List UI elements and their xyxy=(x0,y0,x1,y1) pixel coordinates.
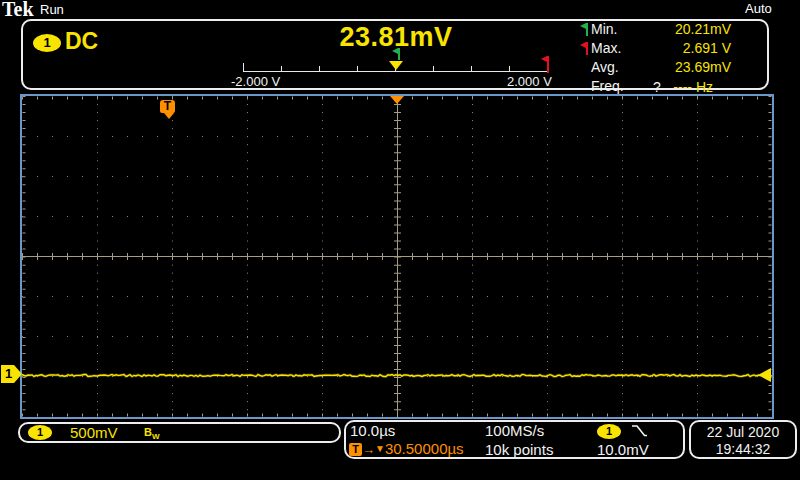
min-marker-icon xyxy=(580,23,588,36)
trigger-slope-falling-icon xyxy=(630,424,648,438)
measurement-panel: 1 DC 23.81mV -2.000 V 2.000 V Min. Max. … xyxy=(21,19,769,90)
trigger-position-marker: T xyxy=(160,100,175,113)
bandwidth-limit-icon: BW xyxy=(144,425,160,444)
trigger-delay-readout: T→▼30.50000µs xyxy=(349,440,464,458)
freq-qualifier: ? xyxy=(653,79,661,95)
scale-min-label: -2.000 V xyxy=(231,74,280,89)
horizontal-trigger-readout: 10.0µs 100MS/s 1 T→▼30.50000µs 10k point… xyxy=(344,420,685,459)
triangle-down-icon: ▼ xyxy=(375,443,385,454)
scale-tick xyxy=(319,66,320,72)
date-readout: 22 Jul 2020 xyxy=(691,424,795,440)
sample-rate-readout: 100MS/s xyxy=(485,423,544,439)
trigger-level-readout: 10.0mV xyxy=(597,441,649,458)
time-readout: 19:44:32 xyxy=(691,441,795,457)
acquisition-status: Run xyxy=(40,2,64,17)
scale-tick xyxy=(281,66,282,72)
stat-value: 23.69mV xyxy=(675,60,731,75)
scale-tick xyxy=(471,66,472,72)
expansion-point-icon xyxy=(390,96,404,104)
stat-value: 20.21mV xyxy=(675,22,731,37)
stat-label: Freq. xyxy=(591,79,624,94)
channel-1-position-marker: 1 xyxy=(1,365,22,383)
scale-tick xyxy=(357,66,358,72)
channel-1-badge: 1 xyxy=(33,34,61,52)
datetime-readout: 22 Jul 2020 19:44:32 xyxy=(689,420,797,459)
stat-value: 2.691 V xyxy=(683,41,731,56)
stat-label: Min. xyxy=(591,22,617,37)
trigger-source-badge: 1 xyxy=(597,424,621,439)
stat-label: Avg. xyxy=(591,60,619,75)
scale-tick xyxy=(509,66,510,72)
trigger-position-marker-tail xyxy=(164,113,174,119)
vertical-scale-readout: 500mV xyxy=(70,424,118,441)
tek-logo: Tek xyxy=(2,0,34,21)
waveform-display: T xyxy=(20,94,774,419)
record-length-readout: 10k points xyxy=(485,441,553,458)
oscilloscope-screen: Tek Run Auto 1 DC 23.81mV -2.000 V 2.000… xyxy=(0,0,800,480)
trigger-delay-value: 30.50000µs xyxy=(385,440,464,457)
current-value-pointer-icon xyxy=(389,61,403,70)
scale-tick xyxy=(243,63,244,72)
channel-1-trace xyxy=(22,96,772,417)
max-marker-icon xyxy=(580,42,588,55)
stat-label: Max. xyxy=(591,41,621,56)
min-marker-icon xyxy=(392,48,400,60)
channel-1-badge: 1 xyxy=(28,425,52,440)
arrow-right-icon: → xyxy=(362,442,375,457)
trigger-mode-label: Auto xyxy=(745,1,772,16)
scale-max-label: 2.000 V xyxy=(507,74,552,89)
max-marker-icon xyxy=(541,56,549,73)
scale-tick xyxy=(433,66,434,72)
coupling-label: DC xyxy=(65,28,98,55)
trigger-delay-icon: T xyxy=(349,443,362,456)
trigger-level-arrow-icon xyxy=(758,368,771,382)
stat-value: ---- Hz xyxy=(673,79,713,95)
channel-readout: 1 500mV BW xyxy=(18,422,341,443)
time-per-div-readout: 10.0µs xyxy=(350,423,395,439)
